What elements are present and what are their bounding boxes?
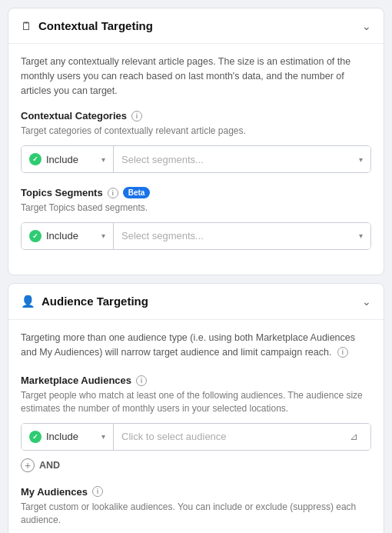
topics-segments-beta-badge: Beta — [123, 187, 151, 198]
audience-targeting-title: Audience Targeting — [42, 295, 148, 308]
contextual-categories-include-label: Include — [46, 154, 97, 165]
audience-targeting-body: Targeting more than one audience type (i… — [8, 320, 384, 533]
topics-segments-label: Topics Segments — [21, 187, 103, 198]
audience-targeting-info-icon[interactable]: i — [337, 347, 348, 358]
marketplace-audiences-section: Marketplace Audiences i Target people wh… — [21, 375, 371, 472]
my-audiences-title-row: My Audiences i — [21, 486, 371, 498]
topics-segments-segment-arrow-icon: ▾ — [359, 232, 363, 240]
topics-segments-include-dropdown[interactable]: Include ▾ — [22, 223, 114, 249]
contextual-categories-segment-arrow-icon: ▾ — [359, 155, 363, 164]
contextual-categories-placeholder: Select segments... — [121, 154, 359, 165]
marketplace-audiences-check-circle — [29, 431, 42, 443]
contextual-categories-title-row: Contextual Categories i — [21, 110, 371, 122]
marketplace-audiences-filter-icon[interactable]: ⊿ — [345, 431, 363, 442]
marketplace-audiences-include-label: Include — [46, 431, 97, 442]
contextual-targeting-body: Target any contextually relevant article… — [8, 44, 384, 275]
contextual-targeting-header[interactable]: 🗒 Contextual Targeting ⌄ — [8, 8, 384, 44]
contextual-categories-segment-field[interactable]: Select segments... ▾ — [114, 146, 370, 172]
marketplace-audiences-description: Target people who match at least one of … — [21, 389, 371, 415]
my-audiences-description: Target custom or lookalike audiences. Yo… — [21, 501, 371, 527]
my-audiences-info-icon[interactable]: i — [92, 486, 103, 497]
contextual-categories-description: Target categories of contextually releva… — [21, 125, 371, 138]
audience-targeting-header-left: 👤 Audience Targeting — [21, 295, 148, 308]
marketplace-audiences-info-icon[interactable]: i — [136, 375, 147, 386]
contextual-categories-section: Contextual Categories i Target categorie… — [21, 110, 371, 173]
marketplace-audiences-title-row: Marketplace Audiences i — [21, 375, 371, 386]
contextual-categories-info-icon[interactable]: i — [131, 111, 142, 122]
marketplace-audiences-label: Marketplace Audiences — [21, 375, 131, 386]
audience-targeting-description: Targeting more than one audience type (i… — [21, 331, 371, 360]
topics-segments-section: Topics Segments i Beta Target Topics bas… — [21, 187, 371, 250]
contextual-categories-check-circle — [29, 153, 42, 165]
topics-segments-placeholder: Select segments... — [121, 230, 359, 242]
marketplace-audiences-include-dropdown[interactable]: Include ▾ — [22, 424, 114, 450]
topics-segments-include-label: Include — [46, 230, 97, 242]
contextual-targeting-title: Contextual Targeting — [38, 19, 153, 32]
topics-segments-control: Include ▾ Select segments... ▾ — [21, 222, 371, 250]
person-icon: 👤 — [21, 295, 35, 308]
contextual-categories-dropdown-arrow-icon: ▾ — [101, 155, 105, 164]
document-icon: 🗒 — [21, 19, 32, 32]
marketplace-audiences-placeholder: Click to select audience — [121, 431, 345, 442]
contextual-categories-include-dropdown[interactable]: Include ▾ — [22, 146, 114, 172]
topics-segments-check-circle — [29, 230, 42, 242]
my-audiences-label: My Audiences — [21, 486, 88, 498]
contextual-targeting-chevron-icon[interactable]: ⌄ — [362, 20, 371, 32]
audience-targeting-card: 👤 Audience Targeting ⌄ Targeting more th… — [8, 283, 384, 533]
topics-segments-title-row: Topics Segments i Beta — [21, 187, 371, 198]
marketplace-audiences-plus-icon: + — [21, 458, 35, 472]
audience-targeting-chevron-icon[interactable]: ⌄ — [362, 295, 371, 308]
contextual-targeting-header-left: 🗒 Contextual Targeting — [21, 19, 153, 32]
marketplace-audiences-select-field[interactable]: Click to select audience ⊿ — [114, 424, 370, 450]
my-audiences-section: My Audiences i Target custom or lookalik… — [21, 486, 371, 533]
contextual-targeting-card: 🗒 Contextual Targeting ⌄ Target any cont… — [8, 8, 384, 275]
topics-segments-info-icon[interactable]: i — [108, 188, 118, 198]
marketplace-audiences-control: Include ▾ Click to select audience ⊿ — [21, 423, 371, 451]
topics-segments-segment-field[interactable]: Select segments... ▾ — [114, 223, 370, 249]
contextual-targeting-description: Target any contextually relevant article… — [21, 55, 371, 98]
marketplace-audiences-and-label: AND — [39, 460, 60, 471]
topics-segments-description: Target Topics based segments. — [21, 202, 371, 215]
marketplace-audiences-dropdown-arrow-icon: ▾ — [101, 432, 105, 441]
marketplace-audiences-and-row[interactable]: + AND — [21, 458, 371, 472]
contextual-categories-control: Include ▾ Select segments... ▾ — [21, 145, 371, 173]
contextual-categories-label: Contextual Categories — [21, 110, 127, 122]
topics-segments-dropdown-arrow-icon: ▾ — [101, 232, 105, 240]
audience-targeting-header[interactable]: 👤 Audience Targeting ⌄ — [8, 284, 384, 320]
